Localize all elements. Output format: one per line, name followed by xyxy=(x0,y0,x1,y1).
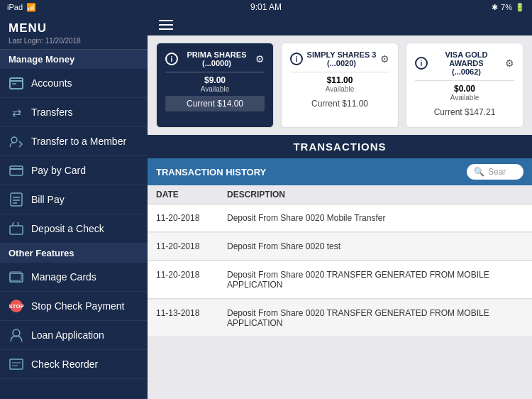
search-icon: 🔍 xyxy=(474,167,484,177)
svg-point-3 xyxy=(11,137,17,143)
check-reorder-icon xyxy=(9,356,24,372)
account-card-1[interactable]: i SIMPLY SHARES 3 (...0020) ⚙ $11.00 Ava… xyxy=(281,43,399,128)
stop-icon-shape: STOP xyxy=(10,300,23,312)
table-row: 11-20-2018 Deposit From Share 0020 TRANS… xyxy=(148,261,532,299)
sidebar-item-deposit-check[interactable]: Deposit a Check xyxy=(0,214,148,244)
deposit-check-icon xyxy=(9,221,24,236)
card-gear-2[interactable]: ⚙ xyxy=(505,58,514,69)
search-box[interactable]: 🔍 Sear xyxy=(467,164,523,180)
device-label: iPad xyxy=(7,3,23,11)
card-amount-0: $9.00 xyxy=(165,75,265,85)
sidebar-item-stop-payment[interactable]: STOP Stop Check Payment xyxy=(0,292,148,321)
sidebar-item-check-reorder[interactable]: Check Reorder xyxy=(0,350,148,379)
card-available-1: Available xyxy=(290,85,389,93)
transfer-member-icon xyxy=(9,133,24,149)
table-row: 11-20-2018 Deposit From Share 0020 Mobil… xyxy=(148,204,532,232)
main-content: i PRIMA SHARES (...0000) ⚙ $9.00 Availab… xyxy=(148,14,532,399)
transaction-history-label: TRANSACTION HISTORY xyxy=(156,167,266,177)
check-reorder-label: Check Reorder xyxy=(31,359,98,370)
transactions-list: 11-20-2018 Deposit From Share 0020 Mobil… xyxy=(148,204,532,399)
sidebar-item-bill-pay[interactable]: Bill Pay xyxy=(0,185,148,214)
transaction-date-3: 11-13-2018 xyxy=(156,308,227,328)
manage-cards-icon xyxy=(9,269,24,285)
card-header-2: i VISA GOLD AWARDS (...0062) ⚙ xyxy=(415,50,514,76)
card-gear-1[interactable]: ⚙ xyxy=(380,53,389,65)
transactions-history-bar: TRANSACTION HISTORY 🔍 Sear xyxy=(148,158,532,185)
hamburger-menu[interactable] xyxy=(159,20,173,30)
svg-rect-10 xyxy=(10,226,23,234)
card-body-2: $0.00 Available xyxy=(415,84,514,102)
card-info-icon-0[interactable]: i xyxy=(165,53,178,65)
bluetooth-icon: ✱ xyxy=(492,3,498,12)
pay-card-label: Pay by Card xyxy=(31,165,86,176)
search-text: Sear xyxy=(488,167,506,177)
bill-pay-label: Bill Pay xyxy=(31,194,65,205)
sidebar-item-transfers[interactable]: ⇄ Transfers xyxy=(0,98,148,127)
status-bar-time: 9:01 AM xyxy=(250,2,282,12)
sidebar-item-manage-cards[interactable]: Manage Cards xyxy=(0,263,148,292)
pay-card-icon xyxy=(9,163,24,178)
loan-app-icon xyxy=(9,327,24,343)
accounts-label: Accounts xyxy=(31,77,72,89)
card-body-0: $9.00 Available xyxy=(165,75,265,93)
wifi-icon: 📶 xyxy=(26,3,36,12)
sidebar-item-transfer-member[interactable]: Transfer to a Member xyxy=(0,127,148,156)
card-amount-2: $0.00 xyxy=(415,84,514,94)
svg-rect-14 xyxy=(10,359,23,369)
sidebar: MENU Last Login: 11/20/2018 Manage Money… xyxy=(0,14,148,399)
card-current-1: Current $11.00 xyxy=(290,96,389,111)
manage-cards-label: Manage Cards xyxy=(31,271,96,283)
status-bar-right: ✱ 7% 🔋 xyxy=(492,3,525,12)
table-row: 11-13-2018 Deposit From Share 0020 TRANS… xyxy=(148,300,532,337)
sidebar-header: MENU Last Login: 11/20/2018 xyxy=(0,14,148,50)
transaction-date-1: 11-20-2018 xyxy=(156,241,227,251)
transaction-desc-2: Deposit From Share 0020 TRANSFER GENERAT… xyxy=(227,270,523,290)
account-cards: i PRIMA SHARES (...0000) ⚙ $9.00 Availab… xyxy=(148,35,532,135)
status-bar-left: iPad 📶 xyxy=(7,3,36,12)
card-gear-0[interactable]: ⚙ xyxy=(255,53,265,65)
sidebar-section-other-features: Other Features xyxy=(0,244,148,263)
transaction-desc-3: Deposit From Share 0020 TRANSFER GENERAT… xyxy=(227,308,523,328)
card-amount-1: $11.00 xyxy=(290,75,389,85)
bill-pay-icon xyxy=(9,192,24,207)
svg-rect-4 xyxy=(10,166,23,175)
card-available-0: Available xyxy=(165,85,265,93)
card-name-1: SIMPLY SHARES 3 (...0020) xyxy=(303,50,380,67)
card-info-icon-1[interactable]: i xyxy=(290,53,303,65)
svg-rect-6 xyxy=(11,193,22,206)
transfers-label: Transfers xyxy=(31,106,73,118)
transactions-title: TRANSACTIONS xyxy=(148,135,532,158)
table-header: DATE DESCRIPTION xyxy=(148,185,532,204)
transaction-desc-1: Deposit From Share 0020 test xyxy=(227,241,523,251)
card-body-1: $11.00 Available xyxy=(290,75,389,93)
table-row: 11-20-2018 Deposit From Share 0020 test xyxy=(148,233,532,261)
card-available-2: Available xyxy=(415,94,514,102)
card-current-0: Current $14.00 xyxy=(165,96,265,111)
sidebar-login: Last Login: 11/20/2018 xyxy=(9,35,139,45)
sidebar-item-accounts[interactable]: Accounts xyxy=(0,69,148,98)
sidebar-item-loan-app[interactable]: Loan Application xyxy=(0,321,148,350)
transaction-date-0: 11-20-2018 xyxy=(156,213,227,223)
top-bar xyxy=(148,14,532,35)
status-bar: iPad 📶 9:01 AM ✱ 7% 🔋 xyxy=(0,0,532,14)
card-name-2: VISA GOLD AWARDS (...0062) xyxy=(428,50,505,76)
battery-icon: 🔋 xyxy=(515,3,525,12)
transaction-desc-0: Deposit From Share 0020 Mobile Transfer xyxy=(227,213,523,223)
deposit-check-label: Deposit a Check xyxy=(31,223,104,234)
sidebar-title: MENU xyxy=(9,21,139,35)
card-header-1: i SIMPLY SHARES 3 (...0020) ⚙ xyxy=(290,50,389,67)
loan-app-label: Loan Application xyxy=(31,329,104,341)
account-card-0[interactable]: i PRIMA SHARES (...0000) ⚙ $9.00 Availab… xyxy=(156,43,274,128)
transfers-icon: ⇄ xyxy=(9,104,24,120)
stop-payment-icon: STOP xyxy=(9,298,24,314)
card-current-2: Current $147.21 xyxy=(415,104,514,120)
transfer-member-label: Transfer to a Member xyxy=(31,136,126,147)
accounts-icon xyxy=(9,75,24,91)
sidebar-item-pay-card[interactable]: Pay by Card xyxy=(0,156,148,185)
sidebar-section-manage-money: Manage Money xyxy=(0,50,148,69)
transaction-date-2: 11-20-2018 xyxy=(156,270,227,290)
account-card-2[interactable]: i VISA GOLD AWARDS (...0062) ⚙ $0.00 Ava… xyxy=(406,43,523,128)
col-desc-header: DESCRIPTION xyxy=(227,190,523,200)
card-name-0: PRIMA SHARES (...0000) xyxy=(178,50,255,67)
card-info-icon-2[interactable]: i xyxy=(415,57,428,70)
